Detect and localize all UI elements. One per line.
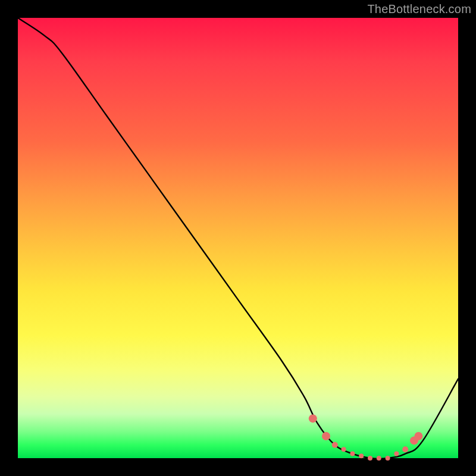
optimal-marker: [332, 442, 338, 448]
optimal-marker: [377, 456, 381, 461]
optimal-marker: [386, 456, 390, 461]
optimal-marker: [359, 453, 364, 458]
optimal-marker: [342, 447, 346, 452]
watermark-text: TheBottleneck.com: [367, 2, 471, 16]
optimal-marker: [322, 432, 330, 440]
optimal-marker: [394, 452, 399, 456]
optimal-marker: [414, 432, 422, 440]
optimal-marker: [309, 414, 317, 422]
optimal-marker: [350, 452, 355, 456]
optimal-marker: [402, 446, 408, 452]
curve-svg: [18, 18, 458, 458]
chart-frame: TheBottleneck.com: [0, 0, 476, 476]
plot-area: [18, 18, 458, 458]
bottleneck-curve-path: [18, 18, 458, 459]
optimal-marker: [368, 456, 372, 461]
